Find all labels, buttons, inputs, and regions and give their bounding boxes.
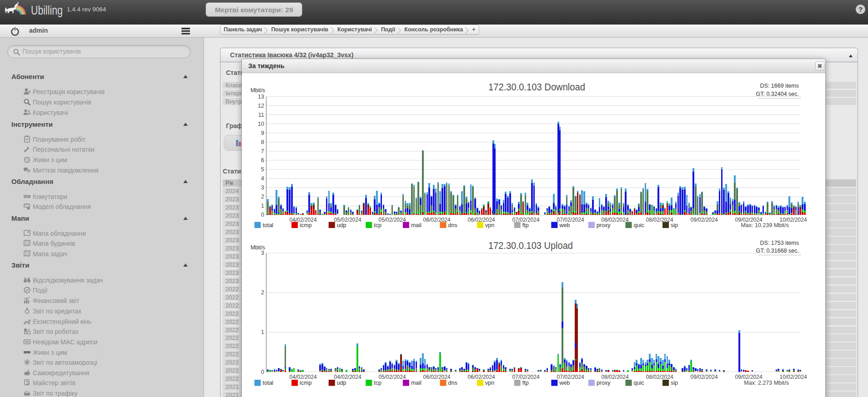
svg-text:mail: mail bbox=[411, 380, 421, 386]
svg-text:dns: dns bbox=[448, 222, 457, 228]
svg-text:Max: 10.239 Mbit/s: Max: 10.239 Mbit/s bbox=[741, 222, 789, 228]
svg-text:ftp: ftp bbox=[522, 222, 529, 228]
svg-text:07/02/2024: 07/02/2024 bbox=[557, 374, 584, 380]
svg-text:09/02/2024: 09/02/2024 bbox=[691, 217, 718, 223]
svg-text:ftp: ftp bbox=[522, 380, 529, 386]
svg-text:10/02/2024: 10/02/2024 bbox=[780, 374, 807, 380]
svg-text:Mbit/s: Mbit/s bbox=[251, 244, 265, 251]
svg-text:4: 4 bbox=[261, 175, 264, 182]
svg-text:10: 10 bbox=[258, 121, 264, 127]
svg-text:06/02/2024: 06/02/2024 bbox=[423, 374, 451, 380]
svg-text:sip: sip bbox=[671, 380, 678, 386]
svg-text:web: web bbox=[559, 222, 570, 228]
svg-text:6: 6 bbox=[261, 157, 264, 164]
svg-text:Max: 2.273 Mbit/s: Max: 2.273 Mbit/s bbox=[744, 380, 789, 386]
svg-text:3: 3 bbox=[261, 184, 264, 191]
svg-text:1: 1 bbox=[261, 329, 264, 335]
svg-text:DS: 1753 items: DS: 1753 items bbox=[760, 240, 799, 246]
svg-text:proxy: proxy bbox=[597, 222, 611, 228]
svg-text:1: 1 bbox=[261, 203, 264, 209]
svg-text:05/02/2024: 05/02/2024 bbox=[379, 217, 406, 223]
svg-text:05/02/2024: 05/02/2024 bbox=[379, 374, 406, 380]
svg-text:total: total bbox=[263, 222, 274, 228]
svg-text:09/02/2024: 09/02/2024 bbox=[735, 374, 763, 380]
svg-text:udp: udp bbox=[337, 222, 346, 228]
svg-text:mail: mail bbox=[411, 222, 421, 228]
svg-text:sip: sip bbox=[671, 222, 678, 228]
svg-text:udp: udp bbox=[337, 380, 346, 386]
svg-text:total: total bbox=[263, 380, 274, 386]
svg-text:2: 2 bbox=[261, 289, 264, 296]
svg-text:tcp: tcp bbox=[374, 380, 381, 386]
svg-text:tcp: tcp bbox=[374, 222, 381, 228]
svg-text:12: 12 bbox=[258, 103, 264, 109]
svg-text:04/02/2024: 04/02/2024 bbox=[290, 374, 317, 380]
svg-text:GT: 0.31668 sec.: GT: 0.31668 sec. bbox=[756, 248, 799, 254]
svg-text:3: 3 bbox=[261, 250, 264, 256]
svg-text:9: 9 bbox=[261, 130, 264, 136]
svg-text:vpn: vpn bbox=[485, 380, 494, 386]
svg-text:0: 0 bbox=[261, 369, 264, 375]
svg-text:dns: dns bbox=[448, 380, 457, 386]
svg-text:09/02/2024: 09/02/2024 bbox=[691, 374, 718, 380]
svg-text:icmp: icmp bbox=[300, 380, 311, 386]
svg-text:quic: quic bbox=[634, 222, 644, 228]
svg-text:icmp: icmp bbox=[300, 222, 311, 228]
svg-text:04/02/2024: 04/02/2024 bbox=[334, 374, 361, 380]
svg-text:06/02/2024: 06/02/2024 bbox=[423, 217, 451, 223]
svg-text:07/02/2024: 07/02/2024 bbox=[512, 374, 540, 380]
svg-text:13: 13 bbox=[258, 94, 264, 100]
svg-text:vpn: vpn bbox=[485, 222, 494, 228]
svg-text:08/02/2024: 08/02/2024 bbox=[602, 374, 629, 380]
svg-text:0: 0 bbox=[261, 212, 264, 218]
svg-text:08/02/2024: 08/02/2024 bbox=[646, 374, 673, 380]
svg-text:2: 2 bbox=[261, 194, 264, 200]
svg-text:DS: 1669 items: DS: 1669 items bbox=[760, 83, 799, 89]
svg-text:quic: quic bbox=[634, 380, 644, 386]
svg-text:proxy: proxy bbox=[597, 380, 611, 386]
svg-text:172.30.0.103 Upload: 172.30.0.103 Upload bbox=[488, 240, 573, 251]
svg-text:Mbit/s: Mbit/s bbox=[251, 87, 265, 94]
svg-text:5: 5 bbox=[261, 166, 264, 173]
svg-text:web: web bbox=[559, 380, 570, 386]
svg-text:172.30.0.103 Download: 172.30.0.103 Download bbox=[488, 82, 585, 93]
svg-text:GT: 0.32404 sec.: GT: 0.32404 sec. bbox=[756, 91, 799, 97]
svg-text:08/02/2024: 08/02/2024 bbox=[646, 217, 673, 223]
svg-text:7: 7 bbox=[261, 148, 264, 154]
svg-text:11: 11 bbox=[258, 112, 264, 118]
svg-text:8: 8 bbox=[261, 139, 264, 145]
svg-text:06/02/2024: 06/02/2024 bbox=[468, 374, 495, 380]
